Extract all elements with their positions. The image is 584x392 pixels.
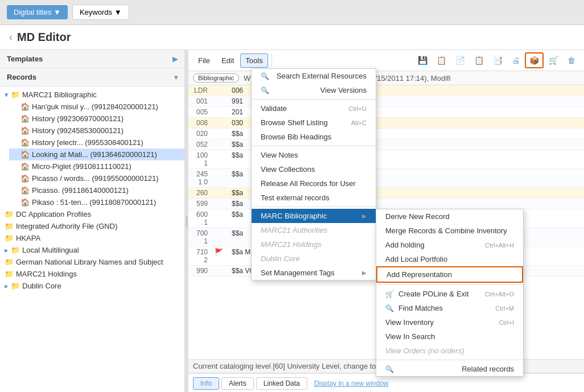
- records-section-header[interactable]: Records ▾: [0, 68, 184, 86]
- view-versions-search-icon: 🔍: [261, 86, 269, 94]
- list-item[interactable]: 🏠 Pikaso : 51-ten... (991180870000121): [9, 196, 184, 208]
- add-representation-item[interactable]: Add Representation: [376, 266, 523, 283]
- field-tag: LDR: [188, 85, 211, 96]
- manage-button[interactable]: 📑: [489, 52, 507, 68]
- field-tag: 710 2: [188, 247, 211, 266]
- digital-titles-button[interactable]: Digital titles ▼: [7, 5, 68, 19]
- related-records-item[interactable]: 🔍 Related records: [376, 362, 523, 376]
- view-collections-item[interactable]: View Collections: [252, 162, 376, 176]
- list-item-marc-holdings[interactable]: 📁 MARC21 Holdings: [0, 268, 184, 280]
- create-poline-item[interactable]: 🛒 Create POLine & Exit Ctrl+Alt+O: [376, 287, 523, 301]
- list-item[interactable]: 🏠 History [electr... (9955308400121): [9, 137, 184, 148]
- list-item[interactable]: 🏠 Han'guk misul y... (991284020000121): [9, 101, 184, 113]
- view-inventory-item[interactable]: View Inventory Ctrl+I: [376, 315, 523, 329]
- add-local-portfolio-item[interactable]: Add Local Portfolio: [376, 252, 523, 266]
- view-button[interactable]: 📋: [470, 52, 488, 68]
- set-management-tags-item[interactable]: Set Management Tags: [252, 266, 376, 280]
- editor-area: File Edit Tools 💾 📋 📄 📋 📑 🖨 📦 🛒 🗑: [188, 50, 584, 392]
- create-poline-icon: 🛒: [385, 290, 394, 298]
- field-indicators: [211, 85, 228, 96]
- list-item[interactable]: 🏠 Picasso. (991186140000121): [9, 184, 184, 196]
- edit-menu-button[interactable]: Edit: [216, 53, 239, 68]
- cart-button[interactable]: 🛒: [545, 52, 562, 68]
- item-label: History (992458530000121): [32, 126, 124, 135]
- file-menu-button[interactable]: File: [193, 53, 215, 68]
- table-row[interactable]: 245 1 0 $$a: [188, 169, 584, 188]
- add-local-portfolio-label: Add Local Portfolio: [385, 255, 447, 263]
- list-item[interactable]: 🏠 Micro-Piglet (9910811110021): [9, 160, 184, 172]
- display-new-window-link[interactable]: Display in a new window: [314, 379, 389, 387]
- table-row[interactable]: 005 201: [188, 107, 584, 118]
- field-tag: 600 1: [188, 209, 211, 228]
- table-row[interactable]: 599 $$a: [188, 199, 584, 209]
- tab-info[interactable]: Info: [193, 377, 219, 390]
- tools-menu-button[interactable]: Tools: [240, 53, 268, 68]
- list-item-german[interactable]: 📁 German National Library Names and Subj…: [0, 256, 184, 268]
- tab-alerts[interactable]: Alerts: [221, 377, 254, 390]
- field-indicators: [211, 107, 228, 118]
- back-button[interactable]: ‹: [9, 31, 13, 43]
- content-area: Templates ▶ Records ▾ ▾ 📁 MARC21 Bibliog…: [0, 50, 584, 392]
- list-item[interactable]: 🏠 History (992306970000121): [9, 113, 184, 125]
- export-button[interactable]: 📄: [451, 52, 469, 68]
- table-row[interactable]: 020 $$a: [188, 129, 584, 139]
- derive-new-item[interactable]: Derive New Record: [376, 209, 523, 224]
- delete-button[interactable]: 🗑: [564, 52, 579, 68]
- view-notes-item[interactable]: View Notes: [252, 148, 376, 162]
- table-row[interactable]: 100 1 $$a: [188, 150, 584, 169]
- record-icon: 🏠: [20, 126, 30, 135]
- related-records-label: Related records: [462, 365, 514, 373]
- field-indicators: [211, 188, 228, 199]
- browse-bib-item[interactable]: Browse Bib Headings: [252, 130, 376, 144]
- record-icon: 🏠: [20, 198, 30, 207]
- search-external-item[interactable]: 🔍 Search External Resources: [252, 69, 376, 83]
- keywords-button[interactable]: Keywords ▼: [72, 5, 129, 20]
- list-item-hkapa[interactable]: 📁 HKAPA: [0, 232, 184, 244]
- release-all-item[interactable]: Release All Records for User: [252, 176, 376, 191]
- copy-button[interactable]: 📋: [433, 52, 450, 68]
- validate-item[interactable]: Validate Ctrl+U: [252, 101, 376, 115]
- add-holding-item[interactable]: Add holding Ctrl+Alt+H: [376, 238, 523, 252]
- table-row[interactable]: 008 030 #eng##: [188, 118, 584, 129]
- templates-label: Templates: [7, 55, 43, 63]
- record-icon: 🏠: [20, 114, 30, 123]
- bibliographic-badge: Bibliographic: [193, 73, 239, 82]
- list-item-selected[interactable]: 🏠 Looking at Mati... (991364620000121): [9, 148, 184, 160]
- print-button[interactable]: 🖨: [508, 52, 524, 68]
- tree-root-marc21[interactable]: ▾ 📁 MARC21 Bibliographic: [0, 89, 184, 101]
- view-in-search-item[interactable]: View In Search: [376, 329, 523, 344]
- list-item-gnd[interactable]: 📁 Integrated Authority File (GND): [0, 220, 184, 232]
- marc-bibliographic-item[interactable]: MARC Bibliographic Derive New Record Mer…: [252, 209, 376, 223]
- expand-icon: ▸: [5, 246, 9, 254]
- list-item[interactable]: 🏠 History (992458530000121): [9, 125, 184, 137]
- tab-linked-data[interactable]: Linked Data: [256, 377, 307, 390]
- templates-arrow-icon: ▶: [172, 55, 178, 63]
- list-item-local[interactable]: ▸ 📁 Local Multilingual: [0, 244, 184, 256]
- table-row[interactable]: 260 $$a: [188, 188, 584, 199]
- folder-icon: 📁: [5, 258, 14, 266]
- find-matches-label: Find Matches: [398, 304, 443, 312]
- merge-records-item[interactable]: Merge Records & Combine Inventory: [376, 224, 523, 238]
- representation-button[interactable]: 📦: [525, 52, 544, 68]
- record-icon: 🏠: [20, 150, 30, 159]
- validate-shortcut: Ctrl+U: [349, 105, 367, 112]
- table-row[interactable]: 052 $$a: [188, 139, 584, 150]
- view-orders-label: View Orders (no orders): [385, 346, 464, 355]
- list-item-dc[interactable]: 📁 DC Application Profiles: [0, 208, 184, 220]
- save-button[interactable]: 💾: [414, 52, 431, 68]
- test-external-item[interactable]: Test external records: [252, 191, 376, 205]
- table-row[interactable]: LDR 006: [188, 85, 584, 96]
- field-indicators: [211, 266, 228, 277]
- view-versions-item[interactable]: 🔍 View Versions: [252, 83, 376, 97]
- browse-shelf-shortcut: Alt+C: [351, 119, 367, 126]
- field-tag: 052: [188, 139, 211, 150]
- list-item[interactable]: 🏠 Picasso / words... (991955000000121): [9, 172, 184, 184]
- list-item-dublin[interactable]: ▸ 📁 Dublin Core: [0, 280, 184, 292]
- templates-section-header[interactable]: Templates ▶: [0, 50, 184, 68]
- page-title: MD Editor: [17, 31, 71, 44]
- find-matches-item[interactable]: 🔍 Find Matches Ctrl+M: [376, 301, 523, 315]
- sidebar-tree: ▾ 📁 MARC21 Bibliographic 🏠 Han'guk misul…: [0, 86, 184, 294]
- browse-bib-label: Browse Bib Headings: [261, 133, 331, 141]
- browse-shelf-item[interactable]: Browse Shelf Listing Alt+C: [252, 115, 376, 130]
- table-row[interactable]: 001 991: [188, 96, 584, 107]
